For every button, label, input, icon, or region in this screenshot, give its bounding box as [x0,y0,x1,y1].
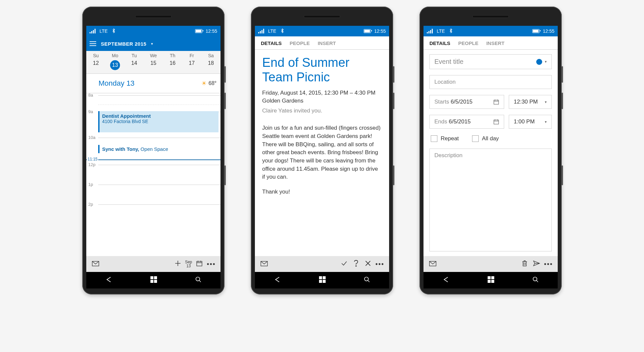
signal-icon [427,29,433,33]
phone-frame: LTE 12:55 SEPTEMBER 2015 ▾ Su Mo Tu We T… [82,7,224,294]
svg-rect-14 [494,100,499,105]
more-icon[interactable]: ••• [207,260,216,268]
chevron-down-icon[interactable]: ▾ [151,42,153,46]
phone-frame: LTE 12:55 DETAILS PEOPLE INSERT End of S… [251,7,393,294]
svg-rect-11 [319,280,322,283]
svg-rect-12 [323,280,326,283]
svg-rect-3 [154,276,157,279]
event-invited-by: Claire Yates invited you. [262,108,382,114]
ends-time-input[interactable]: 1:00 PM▾ [509,115,552,129]
screen-event-details: LTE 12:55 DETAILS PEOPLE INSERT End of S… [255,26,389,288]
status-bar: LTE 12:55 [86,26,221,36]
event-form: Event title ▾ Location Starts 6/5/2015 1… [423,50,558,256]
svg-rect-5 [154,280,157,283]
calendar-icon [493,119,499,125]
svg-point-21 [533,277,537,281]
date-14[interactable]: 14 [125,60,144,70]
date-18[interactable]: 18 [201,60,221,70]
phone-frame: LTE 12:55 DETAILS PEOPLE INSERT Event ti… [420,7,562,294]
today-quick[interactable]: Sep 13 [185,260,192,268]
decline-icon[interactable] [363,260,373,268]
search-button[interactable] [195,276,202,284]
battery-icon [195,29,202,33]
add-icon[interactable] [173,260,182,268]
clock: 12:55 [206,28,217,34]
tabs: DETAILS PEOPLE INSERT [423,36,558,50]
allday-checkbox[interactable]: All day [472,135,499,142]
calendar-icon [493,99,499,105]
tab-details[interactable]: DETAILS [261,40,282,46]
svg-rect-4 [150,280,153,283]
accept-icon[interactable] [340,260,349,269]
nav-bar [86,272,221,288]
agenda[interactable]: 8a 9a Dentist Appointment 4100 Factoria … [86,93,221,256]
mail-icon[interactable] [91,260,100,268]
event-description: Join us for a fun and sun-filled (finger… [262,124,382,196]
date-16[interactable]: 16 [163,60,182,70]
signal-icon [258,29,264,33]
tab-insert[interactable]: INSERT [318,40,336,46]
date-17[interactable]: 17 [182,60,201,70]
more-icon[interactable]: ••• [375,260,384,268]
search-button[interactable] [364,276,370,284]
tab-people[interactable]: PEOPLE [458,40,478,46]
chevron-down-icon[interactable]: ▾ [545,60,547,64]
calendar-header: SEPTEMBER 2015 ▾ [86,36,221,51]
bluetooth-icon [449,28,453,34]
svg-point-13 [364,277,368,281]
nav-bar [255,272,389,288]
date-row[interactable]: 12 13 14 15 16 17 18 [86,59,221,74]
hamburger-icon[interactable] [90,41,96,46]
date-15[interactable]: 15 [144,60,163,70]
starts-date-input[interactable]: Starts 6/5/2015 [429,95,504,109]
svg-point-6 [196,277,200,281]
svg-rect-17 [488,276,491,279]
description-input[interactable]: Description [429,149,552,251]
mail-icon[interactable] [428,260,437,268]
svg-rect-20 [491,280,494,283]
mail-icon[interactable] [260,260,269,268]
date-13-today[interactable]: 13 [110,60,120,70]
starts-time-input[interactable]: 12:30 PM▾ [509,95,552,109]
battery-icon [532,29,540,33]
screen-event-compose: LTE 12:55 DETAILS PEOPLE INSERT Event ti… [423,26,558,288]
windows-button[interactable] [488,276,494,284]
status-bar: LTE 12:55 [255,26,389,36]
location-input[interactable]: Location [429,75,552,89]
windows-button[interactable] [319,276,326,284]
day-summary: Monday 13 ☀ 68° [86,74,221,93]
selected-day: Monday 13 [99,79,135,88]
more-icon[interactable]: ••• [544,260,553,268]
calendar-icon[interactable] [195,260,204,268]
tab-people[interactable]: PEOPLE [290,40,310,46]
svg-rect-10 [323,276,326,279]
appointment-sync-tony[interactable]: Sync with Tony, Open Space [98,145,219,153]
repeat-checkbox[interactable]: Repeat [431,135,459,142]
sun-icon: ☀ [201,80,207,87]
svg-rect-2 [150,276,153,279]
signal-icon [90,29,96,33]
svg-rect-19 [488,280,491,283]
app-bar: ••• [255,256,389,272]
windows-button[interactable] [150,276,157,284]
month-title[interactable]: SEPTEMBER 2015 [101,41,146,47]
delete-icon[interactable] [520,260,529,268]
search-button[interactable] [532,276,539,284]
svg-rect-1 [197,261,202,266]
back-button[interactable] [274,276,281,285]
calendar-color-dot[interactable] [536,59,542,65]
back-button[interactable] [105,276,112,285]
event-body[interactable]: End of Summer Team Picnic Friday, August… [255,50,389,256]
weekday-row: Su Mo Tu We Th Fr Sa [86,51,221,59]
event-title-input[interactable]: Event title ▾ [429,54,552,69]
appointment-dentist[interactable]: Dentist Appointment 4100 Factoria Blvd S… [98,111,219,132]
ends-date-input[interactable]: Ends 6/5/2015 [429,115,504,129]
status-bar: LTE 12:55 [423,26,558,36]
send-icon[interactable] [532,260,541,268]
tentative-icon[interactable] [351,260,361,269]
app-bar: Sep 13 ••• [86,256,221,272]
back-button[interactable] [442,276,450,285]
tab-details[interactable]: DETAILS [429,40,450,46]
tab-insert[interactable]: INSERT [486,40,504,46]
date-12[interactable]: 12 [86,60,105,70]
